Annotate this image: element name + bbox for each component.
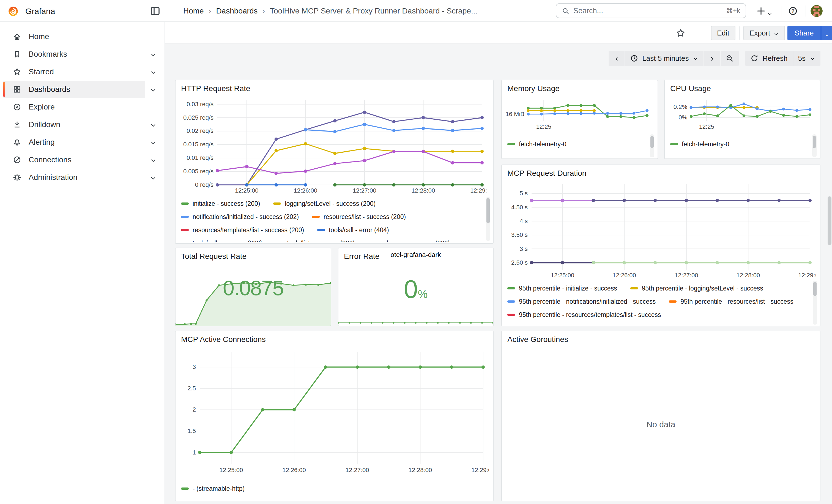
- legend-item[interactable]: notifications/initialized - success (202…: [181, 210, 299, 223]
- mcp-active-connections-chart[interactable]: 32.521.5112:25:0012:26:0012:27:0012:28:0…: [180, 348, 489, 478]
- legend-item[interactable]: resources/templates/list - success (200): [181, 223, 304, 237]
- svg-text:4 s: 4 s: [520, 218, 528, 224]
- sidebar-link-alerting[interactable]: Alerting: [3, 134, 145, 151]
- legend-item[interactable]: tools/list - success (200): [276, 237, 355, 242]
- legend-swatch: [181, 229, 189, 231]
- svg-text:0.2%: 0.2%: [674, 103, 687, 110]
- legend-item[interactable]: 95th percentile - notifications/initiali…: [508, 295, 656, 308]
- refresh-icon: [750, 54, 758, 62]
- search-icon: [562, 7, 570, 15]
- sidebar-link-explore[interactable]: Explore: [3, 99, 145, 115]
- breadcrumb-item[interactable]: Dashboards: [216, 7, 258, 16]
- legend-item[interactable]: 95th percentile - logging/setLevel - suc…: [630, 282, 763, 295]
- search-box[interactable]: ⌘+k: [556, 3, 746, 18]
- chevron-down-icon[interactable]: [150, 68, 157, 75]
- svg-text:1.5: 1.5: [187, 427, 196, 434]
- breadcrumb-separator: ›: [262, 7, 265, 16]
- sidebar-link-drilldown[interactable]: Drilldown: [3, 116, 145, 133]
- sidebar-link-dashboards[interactable]: Dashboards: [3, 81, 145, 98]
- legend-item[interactable]: unknown - success (200): [368, 237, 450, 242]
- svg-text:12:29:00: 12:29:00: [471, 467, 489, 474]
- cpu-usage-chart[interactable]: 0.2%0%12:25: [668, 98, 813, 130]
- chevron-down-icon[interactable]: [150, 139, 157, 146]
- edit-button[interactable]: Edit: [711, 26, 735, 40]
- legend-item[interactable]: 95th percentile - resources/list - succe…: [669, 295, 793, 308]
- legend-scrollbar-thumb[interactable]: [813, 136, 816, 148]
- legend-item[interactable]: 95th percentile - resources/templates/li…: [508, 308, 661, 321]
- breadcrumb-item[interactable]: Home: [183, 7, 204, 16]
- add-chevron-down-icon[interactable]: [767, 9, 773, 14]
- svg-text:2.5: 2.5: [187, 385, 196, 392]
- svg-text:3 s: 3 s: [520, 245, 528, 252]
- svg-text:12:26:00: 12:26:00: [294, 187, 317, 194]
- legend-item[interactable]: tools/call - error (404): [317, 223, 389, 237]
- time-controls: Last 5 minutes Refresh 5s: [608, 51, 821, 66]
- legend-scrollbar-thumb[interactable]: [813, 282, 816, 296]
- refresh-interval-picker[interactable]: 5s: [793, 51, 821, 66]
- refresh-button[interactable]: Refresh: [745, 51, 792, 66]
- sidebar-link-connections[interactable]: Connections: [3, 151, 145, 168]
- legend-item[interactable]: resources/list - success (200): [312, 210, 406, 223]
- legend-item[interactable]: 95th percentile - initialize - success: [508, 282, 617, 295]
- search-input[interactable]: [573, 7, 723, 15]
- page-scrollbar-thumb[interactable]: [828, 196, 831, 245]
- legend-item[interactable]: logging/setLevel - success (200): [273, 197, 375, 210]
- add-button[interactable]: [756, 6, 766, 16]
- chevron-down-icon[interactable]: [150, 51, 157, 58]
- export-button[interactable]: Export: [744, 26, 785, 40]
- mcp-request-duration-chart[interactable]: 5 s4.50 s4 s3.50 s3 s2.50 s12:25:0012:26…: [506, 181, 815, 281]
- chevron-down-icon[interactable]: [150, 121, 157, 128]
- brand-name: Grafana: [25, 7, 55, 16]
- legend-swatch: [181, 487, 189, 490]
- zoom-out-button[interactable]: [721, 51, 739, 66]
- svg-text:0.015 req/s: 0.015 req/s: [183, 141, 213, 148]
- sidebar-item-explore: Explore: [3, 99, 160, 115]
- sidebar-item-home: Home: [3, 28, 160, 45]
- legend-item[interactable]: fetch-telemetry-0: [508, 137, 567, 151]
- clock-icon: [630, 54, 638, 62]
- dashboard-actions-bar: Edit Export Share: [165, 22, 832, 44]
- panel-title: Active Goroutines: [508, 335, 568, 344]
- topbar-divider: [781, 5, 781, 17]
- legend-scrollbar-thumb[interactable]: [650, 136, 654, 148]
- time-shift-back-button[interactable]: [608, 51, 625, 66]
- divider: [704, 26, 704, 39]
- breadcrumb-separator: ›: [209, 7, 211, 16]
- sidebar-link-home[interactable]: Home: [3, 28, 145, 45]
- legend-item[interactable]: fetch-telemetry-0: [670, 137, 729, 151]
- search-shortcut: ⌘+k: [726, 7, 740, 15]
- svg-text:1: 1: [192, 449, 196, 456]
- legend: 95th percentile - initialize - success95…: [508, 282, 809, 323]
- user-avatar[interactable]: [810, 5, 823, 17]
- panel-http-request-rate: HTTP Request Rate 0 req/s0.005 req/s0.01…: [175, 80, 494, 244]
- sidebar-item-alerting: Alerting: [3, 134, 160, 151]
- time-shift-forward-button[interactable]: [704, 51, 720, 66]
- time-range-picker[interactable]: Last 5 minutes: [625, 51, 703, 66]
- home-icon: [12, 32, 22, 41]
- legend-item[interactable]: tools/call - success (200): [181, 237, 262, 242]
- sidebar-item-administration: Administration: [3, 169, 160, 186]
- sidebar-link-administration[interactable]: Administration: [3, 169, 145, 186]
- no-data-label: No data: [646, 420, 675, 429]
- legend-scrollbar-thumb[interactable]: [487, 198, 490, 223]
- legend-item[interactable]: - (streamable-http): [181, 482, 244, 495]
- svg-text:0.025 req/s: 0.025 req/s: [183, 114, 213, 121]
- panel-title: HTTP Request Rate: [181, 84, 250, 93]
- collapse-sidebar-icon[interactable]: [150, 5, 161, 17]
- chevron-down-icon[interactable]: [150, 86, 157, 93]
- grafana-logo-icon[interactable]: [7, 5, 19, 17]
- svg-text:5 s: 5 s: [520, 190, 528, 197]
- memory-usage-chart[interactable]: 16 MiB12:25: [505, 98, 650, 130]
- sidebar-item-bookmarks: Bookmarks: [3, 46, 160, 63]
- sidebar-link-starred[interactable]: Starred: [3, 63, 145, 80]
- legend-item[interactable]: initialize - success (200): [181, 197, 260, 210]
- chevron-down-icon[interactable]: [150, 156, 157, 163]
- sidebar-link-bookmarks[interactable]: Bookmarks: [3, 46, 145, 63]
- share-button[interactable]: Share: [787, 26, 821, 40]
- panel-active-goroutines: Active Goroutines No data: [501, 331, 821, 501]
- share-chevron-button[interactable]: [821, 26, 832, 40]
- help-icon[interactable]: ?: [788, 6, 798, 16]
- favorite-star-icon[interactable]: [676, 28, 686, 38]
- http-request-rate-chart[interactable]: 0 req/s0.005 req/s0.01 req/s0.015 req/s0…: [180, 97, 487, 196]
- chevron-down-icon[interactable]: [150, 174, 157, 181]
